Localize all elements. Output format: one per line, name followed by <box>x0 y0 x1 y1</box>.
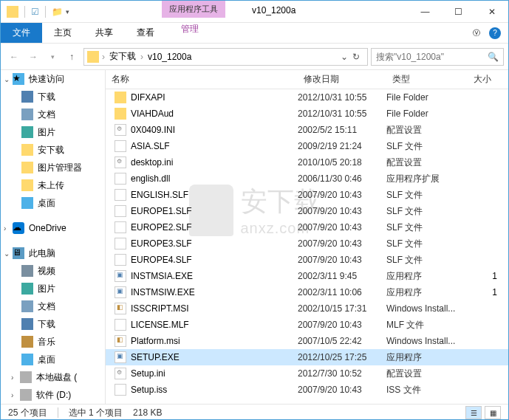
tree-anxiazai[interactable]: 安下载 <box>1 141 105 159</box>
documents-icon <box>21 109 33 120</box>
ribbon: 文件 主页 共享 查看 管理 ⓥ ? <box>1 23 508 44</box>
file-row[interactable]: ENGLISH.SLF2007/9/20 10:43SLF 文件 <box>106 187 508 203</box>
file-name: EUROPE4.SLF <box>131 255 192 265</box>
file-icon <box>115 335 126 347</box>
tab-view[interactable]: 查看 <box>125 23 166 43</box>
file-name: english.dll <box>131 173 170 184</box>
tab-manage[interactable]: 管理 <box>172 23 208 35</box>
col-name[interactable]: 名称 <box>106 70 298 89</box>
tree-pictures[interactable]: 图片 <box>1 123 105 141</box>
file-date: 2012/10/31 10:55 <box>298 109 386 119</box>
refresh-icon[interactable]: ↻ <box>352 52 360 62</box>
tree-quick-access[interactable]: ⌄★快速访问 <box>1 70 105 88</box>
tree-onedrive[interactable]: ›☁OneDrive <box>1 219 105 237</box>
file-row[interactable]: desktop.ini2010/10/5 20:18配置设置 <box>106 154 508 171</box>
file-date: 2002/10/15 17:31 <box>298 303 386 314</box>
desktop-icon <box>21 354 33 365</box>
file-row[interactable]: DIFXAPI2012/10/31 10:55File Folder <box>106 89 508 106</box>
file-name: EUROPE1.SLF <box>131 206 192 216</box>
file-row[interactable]: EUROPE4.SLF2007/9/20 10:43SLF 文件 <box>106 252 508 268</box>
tree-desktop[interactable]: 桌面 <box>1 194 105 212</box>
file-date: 2012/10/25 17:25 <box>298 352 386 362</box>
view-details-button[interactable]: ☰ <box>465 406 482 419</box>
tree-music[interactable]: 音乐 <box>1 333 105 351</box>
tab-share[interactable]: 共享 <box>83 23 125 43</box>
search-box[interactable]: 🔍 <box>371 48 504 66</box>
file-row[interactable]: english.dll2006/11/30 0:46应用程序扩展 <box>106 171 508 187</box>
tree-local-c[interactable]: ›本地磁盘 ( <box>1 368 105 386</box>
file-row[interactable]: LICENSE.MLF2007/9/20 10:43MLF 文件 <box>106 317 508 333</box>
file-row[interactable]: ASIA.SLF2009/2/19 21:24SLF 文件 <box>106 138 508 154</box>
window-title: v10_1200a <box>252 5 296 16</box>
file-date: 2012/10/31 10:55 <box>298 92 386 103</box>
sidebar: ⌄★快速访问 下载 文档 图片 安下载 图片管理器 未上传 桌面 ›☁OneDr… <box>1 70 106 404</box>
file-name: LICENSE.MLF <box>131 320 189 330</box>
col-type[interactable]: 类型 <box>386 70 468 89</box>
file-list: 名称 修改日期 类型 大小 DIFXAPI2012/10/31 10:55Fil… <box>106 70 508 404</box>
file-row[interactable]: SETUP.EXE2012/10/25 17:25应用程序 <box>106 349 508 365</box>
col-date[interactable]: 修改日期 <box>298 70 386 89</box>
tree-documents2[interactable]: 文档 <box>1 297 105 315</box>
tab-file[interactable]: 文件 <box>1 23 42 43</box>
file-row[interactable]: ISSCRIPT.MSI2002/10/15 17:31Windows Inst… <box>106 300 508 317</box>
qat-properties-icon[interactable]: ☑ <box>31 7 39 17</box>
search-icon[interactable]: 🔍 <box>488 52 499 62</box>
documents-icon <box>21 300 33 312</box>
close-button[interactable]: ✕ <box>475 1 508 23</box>
file-row[interactable]: INSTMSIW.EXE2002/3/11 10:06应用程序1 <box>106 284 508 300</box>
maximize-button[interactable]: ☐ <box>442 1 475 23</box>
breadcrumb-item[interactable]: 安下载 <box>105 50 140 63</box>
file-row[interactable]: INSTMSIA.EXE2002/3/11 9:45应用程序1 <box>106 268 508 284</box>
status-size: 218 KB <box>133 407 162 418</box>
forward-button[interactable]: → <box>24 48 42 66</box>
video-icon <box>21 265 33 277</box>
file-date: 2007/9/20 10:43 <box>298 320 386 330</box>
ribbon-expand-icon[interactable]: ⓥ <box>473 28 480 38</box>
help-icon[interactable]: ? <box>489 27 501 39</box>
file-icon <box>115 205 126 217</box>
file-row[interactable]: Setup.ini2012/7/30 10:52配置设置 <box>106 365 508 382</box>
tree-downloads2[interactable]: 下载 <box>1 315 105 333</box>
file-type: 配置设置 <box>386 124 468 137</box>
drive-icon <box>20 389 32 401</box>
file-header: 名称 修改日期 类型 大小 <box>106 70 508 89</box>
file-row[interactable]: 0X0409.INI2002/5/2 15:11配置设置 <box>106 122 508 138</box>
search-input[interactable] <box>376 52 488 62</box>
file-row[interactable]: EUROPE3.SLF2007/9/20 10:43SLF 文件 <box>106 235 508 252</box>
history-dropdown[interactable]: ▾ <box>44 48 61 66</box>
file-type: Windows Install... <box>386 303 468 314</box>
file-row[interactable]: Platform.msi2007/10/5 22:42Windows Insta… <box>106 333 508 349</box>
qat-new-folder-icon[interactable]: 📁 <box>52 7 63 17</box>
col-size[interactable]: 大小 <box>468 70 505 89</box>
tree-desktop2[interactable]: 桌面 <box>1 351 105 368</box>
drive-icon <box>20 371 32 383</box>
view-icons-button[interactable]: ▦ <box>485 406 501 419</box>
up-button[interactable]: ↑ <box>63 48 81 66</box>
breadcrumb-item[interactable]: v10_1200a <box>143 52 196 62</box>
file-icon <box>115 368 126 379</box>
breadcrumb-dropdown-icon[interactable]: ⌄ <box>341 52 348 62</box>
tree-downloads[interactable]: 下载 <box>1 88 105 106</box>
file-name: ASIA.SLF <box>131 141 170 151</box>
tree-soft-d[interactable]: ›软件 (D:) <box>1 386 105 404</box>
status-selected: 选中 1 个项目 <box>69 407 123 419</box>
file-row[interactable]: VIAHDAud2012/10/31 10:55File Folder <box>106 106 508 122</box>
file-date: 2007/9/20 10:43 <box>298 222 386 233</box>
back-button[interactable]: ← <box>5 48 23 66</box>
tree-this-pc[interactable]: ⌄🖥此电脑 <box>1 244 105 262</box>
titlebar: ☑ 📁 ▾ 应用程序工具 v10_1200a — ☐ ✕ <box>1 1 508 23</box>
tab-home[interactable]: 主页 <box>42 23 83 43</box>
tree-pictures2[interactable]: 图片 <box>1 280 105 297</box>
tree-not-uploaded[interactable]: 未上传 <box>1 176 105 194</box>
qat-dropdown-icon[interactable]: ▾ <box>66 8 69 16</box>
file-row[interactable]: Setup.iss2007/9/20 10:43ISS 文件 <box>106 382 508 398</box>
tree-picmanager[interactable]: 图片管理器 <box>1 159 105 176</box>
file-icon <box>115 124 126 136</box>
file-row[interactable]: EUROPE2.SLF2007/9/20 10:43SLF 文件 <box>106 219 508 235</box>
file-icon <box>115 189 126 201</box>
tree-video[interactable]: 视频 <box>1 262 105 280</box>
minimize-button[interactable]: — <box>409 1 442 23</box>
tree-documents[interactable]: 文档 <box>1 106 105 123</box>
file-row[interactable]: EUROPE1.SLF2007/9/20 10:43SLF 文件 <box>106 203 508 219</box>
breadcrumb[interactable]: › 安下载 › v10_1200a ⌄↻ <box>83 48 368 66</box>
